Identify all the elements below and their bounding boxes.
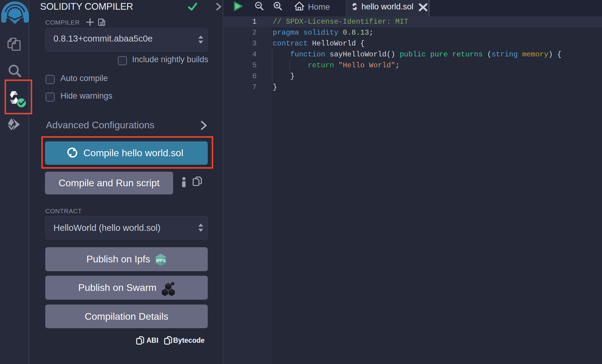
svg-text:IPFS: IPFS <box>156 258 166 263</box>
